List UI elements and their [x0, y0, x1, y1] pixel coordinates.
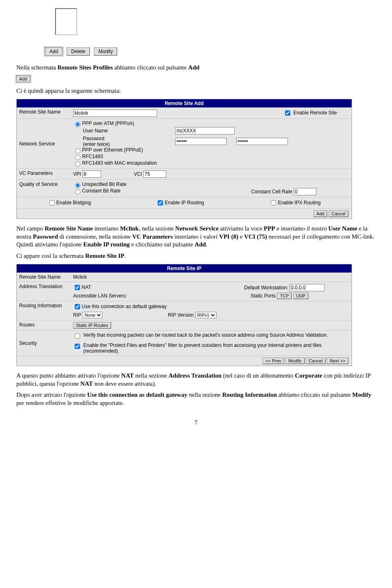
static-ports-label: Static Ports — [251, 293, 276, 299]
password-input-2[interactable] — [236, 138, 288, 145]
vci-label: VCI — [134, 171, 142, 177]
text: abbiamo cliccato sul pulsante — [113, 64, 188, 71]
cbr-label: Constant Bit Rate — [82, 188, 120, 194]
static-ip-routes-button[interactable]: Static IP Routes — [73, 322, 111, 329]
next-button[interactable]: Next >> — [327, 358, 348, 364]
text-bold: Use this connection as default gateway — [87, 391, 187, 398]
text: . — [125, 253, 126, 259]
text-bold: NAT — [80, 380, 93, 387]
cbr-radio[interactable] — [75, 189, 80, 195]
text: . — [206, 241, 207, 248]
vci-input[interactable] — [143, 170, 166, 178]
add-button[interactable]: Add — [45, 47, 62, 56]
qos-label: Quality of Service — [17, 180, 71, 197]
remote-site-name-label: Remote Site Name — [17, 107, 71, 119]
enable-ipx-routing-checkbox[interactable] — [271, 200, 276, 206]
password-input-1[interactable] — [175, 138, 227, 145]
text: , nella sezione — [139, 225, 175, 232]
empty-image-box — [55, 8, 77, 35]
enable-bridging-checkbox[interactable] — [49, 200, 55, 206]
delete-button[interactable]: Delete — [67, 47, 90, 56]
protect-files-label: Enable the "Protect Files and Printers" … — [83, 342, 349, 354]
remote-site-ip-panel: Remote Site IP Remote Site Name Mclink A… — [16, 264, 352, 366]
add-button-small[interactable]: Add — [16, 76, 30, 82]
default-gateway-label: Use this connection as default gateway — [82, 304, 167, 309]
enable-ip-routing-checkbox[interactable] — [158, 200, 163, 206]
remote-site-add-panel: Remote Site Add Remote Site Name Enable … — [16, 99, 352, 219]
enable-remote-site-label: Enable Remote Site — [293, 110, 337, 116]
text-bold: User Name — [328, 225, 357, 232]
username-label: User Name — [83, 128, 171, 134]
enable-bridging-label: Enable Bridging — [56, 200, 91, 206]
default-gateway-checkbox[interactable] — [75, 304, 80, 309]
address-translation-label: Address Translation — [17, 282, 71, 301]
text-bold: VC Parameters — [132, 233, 173, 240]
vpi-input[interactable] — [82, 170, 101, 178]
text-bold: Add — [188, 64, 200, 71]
page-number: 7 — [16, 419, 376, 426]
ccr-input[interactable] — [294, 188, 316, 195]
text-bold: Remote Site IP — [85, 253, 125, 259]
cancel-form-button[interactable]: Cancel — [329, 210, 348, 217]
rip-version-select[interactable]: RIPv1 — [195, 312, 216, 318]
rip-select[interactable]: None — [82, 312, 102, 318]
cancel-button-ip[interactable]: Cancel — [306, 358, 325, 364]
network-service-label: Network Service — [17, 119, 71, 169]
remote-site-name-label: Remote Site Name — [17, 273, 71, 282]
text-bold: Add — [195, 241, 206, 248]
bottom-paragraph-1: A questo punto abbiamo attivato l'opzion… — [16, 372, 376, 388]
text: e clicchiamo sul pulsante — [130, 241, 195, 248]
text-bold: Routing Information — [222, 391, 277, 398]
pppoe-label: PPP over Ethernet (PPPoE) — [82, 147, 143, 153]
nat-label: NAT — [82, 284, 91, 290]
rfc1483mac-radio[interactable] — [75, 161, 80, 167]
password-label: Password (enter twice) — [83, 136, 171, 147]
text-bold: Password — [33, 233, 58, 240]
text-bold: Corporate — [295, 372, 322, 379]
pppoe-radio[interactable] — [75, 148, 80, 154]
bottom-paragraph-2: Dopo aver attivato l'opzione Use this co… — [16, 391, 376, 407]
pppoa-radio[interactable] — [75, 122, 80, 127]
add-form-button[interactable]: Add — [314, 210, 327, 217]
text: Nel campo — [16, 225, 45, 232]
text: (nel caso di un abbonamento — [221, 372, 295, 379]
text-bold: Mclink — [120, 225, 139, 232]
text: non deve essere attivata). — [93, 380, 156, 387]
panel-title: Remote Site Add — [17, 99, 352, 107]
text: nella sezione — [134, 372, 168, 379]
security-label: Security — [17, 331, 71, 356]
text-bold: VCI (75) — [244, 233, 267, 240]
text: attiviamo la voce — [218, 225, 264, 232]
default-workstation-input[interactable] — [290, 284, 325, 291]
text: abbiamo cliccato sul pulsante — [277, 391, 352, 398]
text: inseriamo i valori — [173, 233, 219, 240]
text: e inseriamo il nostro — [275, 225, 328, 232]
modify-button-ip[interactable]: Modify — [285, 358, 304, 364]
middle-paragraph-2: Ci appare così la schermata Remote Site … — [16, 252, 376, 260]
text-bold: Modify — [352, 391, 372, 398]
enable-ipx-routing-label: Enable IPX Routing — [278, 200, 321, 206]
ubr-radio[interactable] — [75, 183, 80, 188]
text-bold: PPP — [264, 225, 275, 232]
pppoa-label: PPP over ATM (PPPoA) — [82, 121, 134, 126]
tcp-button[interactable]: TCP — [277, 293, 292, 299]
default-workstation-label: Default Workstation: — [244, 285, 288, 291]
text: Ci appare così la schermata — [16, 253, 85, 259]
rfc1483-label: RFC1483 — [82, 154, 103, 159]
intro-paragraph-1: Nella schermata Remote Sites Profiles ab… — [16, 64, 376, 72]
udp-button[interactable]: UDP — [293, 293, 308, 299]
nat-checkbox[interactable] — [75, 285, 80, 290]
protect-files-checkbox[interactable] — [75, 344, 80, 349]
verify-source-checkbox[interactable] — [75, 333, 80, 339]
modify-button[interactable]: Modify — [94, 47, 117, 56]
rfc1483-radio[interactable] — [75, 155, 80, 160]
routes-label: Routes — [17, 320, 71, 331]
remote-site-name-input[interactable] — [73, 110, 157, 117]
username-input[interactable] — [175, 127, 235, 134]
prev-button[interactable]: << Prev — [263, 358, 284, 364]
text-bold: Remote Sites Profiles — [58, 64, 113, 71]
text-bold: Enable IP routing — [83, 241, 130, 248]
remote-site-name-value: Mclink — [71, 273, 352, 282]
enable-remote-site-checkbox[interactable] — [285, 110, 290, 116]
vpi-label: VPI — [73, 171, 81, 177]
